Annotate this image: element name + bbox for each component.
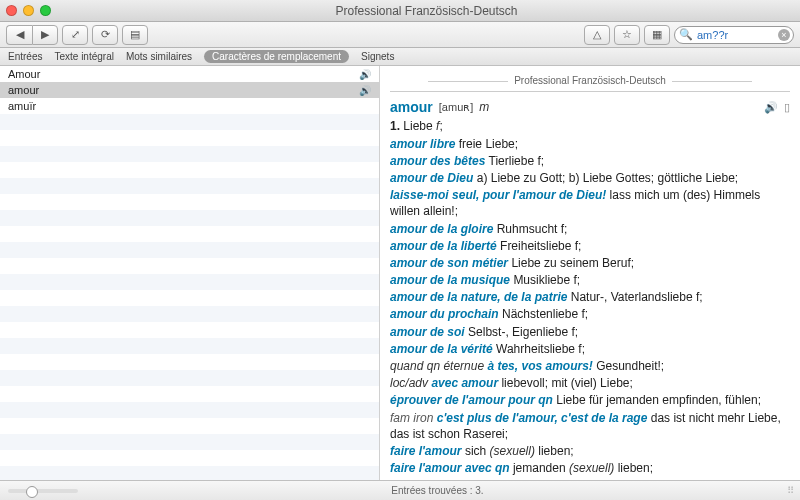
back-button[interactable]: ◀ xyxy=(6,25,32,45)
toolbar: ◀ ▶ ⤢ ⟳ ▤ △ ☆ ▦ 🔍 × xyxy=(0,22,800,48)
pronunciation: [amuʀ] xyxy=(439,100,474,115)
list-item-label: amour xyxy=(8,84,39,96)
titlebar: Professional Französisch-Deutsch xyxy=(0,0,800,22)
tab-similar[interactable]: Mots similaires xyxy=(126,51,192,62)
part-of-speech: m xyxy=(479,99,489,115)
copy-icon[interactable]: ▯ xyxy=(784,100,790,115)
list-item-label: amuïr xyxy=(8,100,36,112)
tab-fulltext[interactable]: Texte intégral xyxy=(54,51,113,62)
dictionary-label: Professional Französisch-Deutsch xyxy=(390,74,790,92)
list-item[interactable]: amour 🔊 xyxy=(0,82,379,98)
status-text: Entrées trouvées : 3. xyxy=(88,485,787,496)
nav-buttons: ◀ ▶ xyxy=(6,25,58,45)
window-title: Professional Französisch-Deutsch xyxy=(59,4,794,18)
speaker-icon[interactable]: 🔊 xyxy=(359,85,371,96)
results-sidebar: Amour 🔊 amour 🔊 amuïr xyxy=(0,66,380,480)
list-item[interactable]: amuïr xyxy=(0,98,379,114)
speaker-icon[interactable]: 🔊 xyxy=(359,69,371,80)
zoom-slider[interactable] xyxy=(8,489,78,493)
close-icon[interactable] xyxy=(6,5,17,16)
forward-button[interactable]: ▶ xyxy=(32,25,58,45)
clear-search-icon[interactable]: × xyxy=(778,29,790,41)
tab-wildcard[interactable]: Caractères de remplacement xyxy=(204,50,349,63)
expand-button[interactable]: ⤢ xyxy=(62,25,88,45)
entry-content: Professional Französisch-Deutsch amour [… xyxy=(380,66,800,480)
triangle-button[interactable]: △ xyxy=(584,25,610,45)
main-area: Amour 🔊 amour 🔊 amuïr Professional Franz… xyxy=(0,66,800,480)
grid-button[interactable]: ▦ xyxy=(644,25,670,45)
minimize-icon[interactable] xyxy=(23,5,34,16)
tab-bar: Entrées Texte intégral Mots similaires C… xyxy=(0,48,800,66)
list-item-label: Amour xyxy=(8,68,40,80)
resize-grip-icon[interactable]: ⠿ xyxy=(787,485,792,496)
headword: amour xyxy=(390,98,433,117)
list-item[interactable]: Amour 🔊 xyxy=(0,66,379,82)
status-bar: Entrées trouvées : 3. ⠿ xyxy=(0,480,800,500)
tab-entries[interactable]: Entrées xyxy=(8,51,42,62)
search-field-wrap: 🔍 × xyxy=(674,26,794,44)
zoom-icon[interactable] xyxy=(40,5,51,16)
star-button[interactable]: ☆ xyxy=(614,25,640,45)
search-icon: 🔍 xyxy=(679,28,693,41)
window-controls xyxy=(6,5,51,16)
audio-icon[interactable]: 🔊 xyxy=(764,100,778,115)
sense-number: 1. xyxy=(390,119,400,133)
book-button[interactable]: ▤ xyxy=(122,25,148,45)
tab-bookmarks[interactable]: Signets xyxy=(361,51,394,62)
history-button[interactable]: ⟳ xyxy=(92,25,118,45)
